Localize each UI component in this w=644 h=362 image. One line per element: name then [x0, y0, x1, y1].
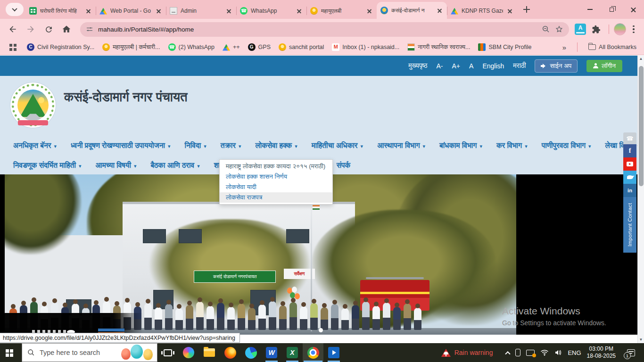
taskbar-app-copilot[interactable]: [178, 343, 199, 362]
signup-button[interactable]: साईन अप: [535, 59, 578, 73]
profile-avatar[interactable]: [614, 23, 626, 35]
zoom-out-icon[interactable]: [542, 25, 550, 33]
home-button[interactable]: [58, 21, 74, 37]
dropdown-item[interactable]: लोकसेवा हक्क शासन निर्णय: [220, 172, 332, 182]
bookmark-item[interactable]: SBM City Profile: [478, 43, 531, 51]
tab-close-icon[interactable]: [85, 8, 92, 15]
cast-icon[interactable]: [526, 350, 535, 356]
nav-item[interactable]: ध्वनी प्रदूषण रोखण्यासाठी उपाययोजना: [71, 141, 171, 150]
taskbar-app-word[interactable]: [261, 343, 282, 362]
new-tab-button[interactable]: [520, 3, 533, 16]
apps-grid-icon[interactable]: [9, 44, 12, 47]
nav-item[interactable]: निविदा: [184, 141, 206, 150]
your-phone-icon[interactable]: [515, 349, 520, 356]
font-decrease-link[interactable]: A-: [437, 62, 443, 70]
important-contact-tab[interactable]: Important Contact: [623, 197, 636, 253]
taskbar-app-movies[interactable]: [323, 343, 344, 362]
nav-item[interactable]: बांधकाम विभाग: [439, 141, 482, 150]
tab[interactable]: घरोघरी तिरंगा मोहि: [25, 3, 96, 19]
taskbar-search-input[interactable]: [40, 349, 115, 356]
site-settings-icon[interactable]: [86, 25, 93, 33]
taskbar-search[interactable]: [22, 343, 157, 362]
login-button[interactable]: लॉगीन: [586, 60, 622, 72]
dropdown-item[interactable]: लोकसेवा राजपत्र: [220, 192, 332, 203]
nav-item[interactable]: लोकसेवा हक्क: [255, 141, 297, 150]
tab[interactable]: WhatsApp: [236, 3, 306, 19]
tab-close-icon[interactable]: [225, 8, 232, 15]
taskbar-app-excel[interactable]: [282, 343, 303, 362]
bookmark-item[interactable]: नागरी स्थानिक स्वराज्य...: [407, 43, 470, 51]
language-indicator[interactable]: ENG: [568, 349, 581, 356]
nav-item[interactable]: अनधिकृत बॅनर: [13, 141, 57, 150]
bookmark-item[interactable]: महायुएलबी | कर्मचारी...: [102, 43, 160, 51]
tab-close-icon[interactable]: [366, 8, 373, 15]
scroll-down-arrow[interactable]: [638, 337, 644, 343]
extensions-puzzle-icon[interactable]: [588, 21, 604, 37]
address-bar[interactable]: mahaulb.in/PortalSite/#/app/home: [80, 22, 569, 37]
nav-item[interactable]: आस्थापना विभाग: [377, 141, 425, 150]
input-tools-extension-icon[interactable]: [575, 24, 586, 35]
nav-item[interactable]: तक्रार: [221, 141, 241, 150]
twitter-icon[interactable]: [623, 171, 636, 184]
dropdown-item[interactable]: महाराष्ट्र लोकसेवा हक्क कायदा २०१५ (मराठ…: [220, 161, 332, 172]
dropdown-item[interactable]: लोकसेवा यादी: [220, 182, 332, 192]
page-scrollbar[interactable]: [637, 56, 644, 343]
taskbar-app-firefox[interactable]: [220, 343, 240, 362]
tab[interactable]: कसंई-दोडामार्ग न: [377, 2, 447, 19]
font-reset-link[interactable]: A: [469, 62, 473, 70]
back-button[interactable]: [5, 21, 21, 37]
nav-item[interactable]: पाणीपुरवठा विभाग: [542, 141, 591, 150]
linkedin-icon[interactable]: [623, 184, 636, 197]
nav-item[interactable]: कर विभाग: [496, 141, 528, 150]
forward-button[interactable]: [23, 21, 39, 37]
tab[interactable]: Web Portal - Go: [96, 3, 166, 19]
start-button[interactable]: [0, 343, 22, 362]
nav-item[interactable]: आमच्या विषयी: [96, 161, 137, 170]
nav-item[interactable]: संपर्क: [337, 161, 350, 170]
reload-button[interactable]: [41, 21, 57, 37]
scrollbar-thumb[interactable]: [639, 66, 644, 186]
lang-marathi-link[interactable]: मराठी: [513, 62, 526, 70]
bookmark-item[interactable]: sanchit portal: [279, 43, 324, 51]
bookmark-item[interactable]: ++: [223, 43, 240, 51]
taskbar-clock[interactable]: 03:00 PM 18-08-2025: [587, 346, 616, 360]
browser-menu-button[interactable]: [628, 24, 639, 35]
font-increase-link[interactable]: A+: [452, 62, 461, 70]
nav-item[interactable]: माहितीचा अधिकार: [312, 141, 363, 150]
bookmark-star-icon[interactable]: [555, 25, 563, 33]
close-button[interactable]: [622, 0, 644, 19]
tab-close-icon[interactable]: [436, 7, 443, 14]
tab-close-icon[interactable]: [506, 8, 513, 15]
taskbar-app-edge[interactable]: [240, 343, 261, 362]
tab-close-icon[interactable]: [155, 8, 162, 15]
bookmark-item[interactable]: (2) WhatsApp: [168, 43, 215, 51]
tab-search-button[interactable]: [6, 3, 24, 16]
all-bookmarks-button[interactable]: All Bookmarks: [588, 44, 636, 50]
bookmark-item[interactable]: Civil Registration Sy...: [27, 43, 94, 51]
taskbar-app-taskview[interactable]: [157, 343, 178, 362]
bookmark-item[interactable]: GPS: [248, 43, 271, 51]
tab-close-icon[interactable]: [296, 8, 303, 15]
wifi-icon[interactable]: [540, 349, 549, 356]
taskbar-app-explorer[interactable]: [199, 343, 220, 362]
youtube-icon[interactable]: [623, 157, 636, 171]
tab[interactable]: Admin: [166, 3, 236, 19]
tray-expand-icon[interactable]: [505, 351, 511, 356]
taskbar-app-chrome[interactable]: [303, 343, 323, 362]
tab[interactable]: KDNP RTS Gazet: [447, 3, 517, 19]
volume-icon[interactable]: [554, 349, 562, 356]
weather-alert[interactable]: Rain warning: [441, 349, 493, 357]
nav-item[interactable]: बैठका आणि ठराव: [150, 161, 199, 170]
lang-english-link[interactable]: English: [482, 62, 504, 70]
minimize-button[interactable]: [579, 0, 601, 19]
home-link[interactable]: मुख्यपृष्ठ: [408, 62, 427, 70]
scroll-up-arrow[interactable]: [638, 56, 644, 62]
bookmark-item[interactable]: Inbox (1) - npkasaid...: [332, 43, 399, 51]
more-bookmarks-chevron[interactable]: »: [562, 43, 566, 51]
url-text[interactable]: mahaulb.in/PortalSite/#/app/home: [98, 26, 537, 33]
action-center-button[interactable]: 1: [621, 343, 640, 362]
carousel-dot[interactable]: [319, 328, 323, 332]
facebook-icon[interactable]: [623, 144, 636, 157]
nav-item[interactable]: निवडणूक संदर्भित माहिती: [13, 161, 82, 170]
tab[interactable]: महायुएलबी: [306, 3, 377, 19]
